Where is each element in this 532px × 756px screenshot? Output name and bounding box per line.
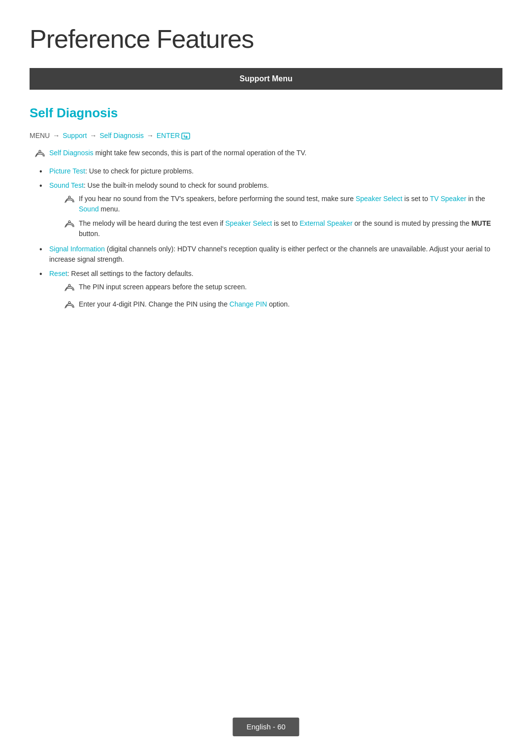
support-menu-bar: Support Menu — [30, 68, 502, 90]
change-pin-link[interactable]: Change PIN — [230, 300, 267, 308]
page-title: Preference Features — [30, 20, 502, 58]
page-wrapper: Preference Features Support Menu Self Di… — [0, 0, 532, 357]
speaker-select-link-1[interactable]: Speaker Select — [356, 195, 402, 203]
reset-text: : Reset all settings to the factory defa… — [67, 270, 194, 277]
breadcrumb-menu: MENU — [30, 131, 50, 141]
svg-point-2 — [68, 196, 70, 198]
sound-note-2-text: The melody will be heard during the test… — [79, 218, 502, 239]
reset-note-2: Enter your 4-digit PIN. Change the PIN u… — [59, 299, 502, 312]
intro-note-text: Self Diagnosis might take few seconds, t… — [49, 148, 306, 158]
footer-label: English - 60 — [246, 722, 285, 731]
intro-self-diagnosis-link[interactable]: Self Diagnosis — [49, 149, 94, 157]
list-item-sound-test: Sound Test: Use the built-in melody soun… — [39, 180, 502, 239]
reset-note-1: The PIN input screen appears before the … — [59, 282, 502, 295]
footer-badge: English - 60 — [233, 718, 299, 737]
picture-test-text: : Use to check for picture problems. — [85, 167, 194, 175]
sound-note-2: The melody will be heard during the test… — [59, 218, 502, 239]
reset-note-2-text: Enter your 4-digit PIN. Change the PIN u… — [79, 299, 290, 309]
tv-speaker-link[interactable]: TV Speaker — [430, 195, 466, 203]
reset-sub-notes: The PIN input screen appears before the … — [59, 282, 502, 312]
signal-information-link[interactable]: Signal Information — [49, 245, 105, 253]
support-menu-label: Support Menu — [239, 74, 293, 83]
breadcrumb-support: Support — [63, 131, 87, 141]
breadcrumb-self-diagnosis: Self Diagnosis — [100, 131, 144, 141]
note-icon-reset1 — [64, 283, 75, 295]
signal-information-text: (digital channels only): HDTV channel's … — [49, 245, 490, 263]
list-item-signal-information: Signal Information (digital channels onl… — [39, 244, 502, 265]
reset-note-1-text: The PIN input screen appears before the … — [79, 282, 247, 292]
breadcrumb: MENU → Support → Self Diagnosis → ENTER — [30, 131, 502, 141]
picture-test-link[interactable]: Picture Test — [49, 167, 85, 175]
breadcrumb-arrow1: → — [53, 131, 60, 141]
breadcrumb-arrow3: → — [147, 131, 154, 141]
svg-point-5 — [68, 302, 70, 304]
svg-rect-0 — [182, 133, 190, 139]
note-icon-sound2 — [64, 219, 75, 232]
sound-note-1-text: If you hear no sound from the TV's speak… — [79, 194, 502, 214]
speaker-select-link-2[interactable]: Speaker Select — [225, 219, 272, 227]
reset-link[interactable]: Reset — [49, 270, 67, 277]
mute-text: MUTE — [471, 219, 491, 227]
intro-note-block: Self Diagnosis might take few seconds, t… — [30, 148, 502, 161]
external-speaker-link[interactable]: External Speaker — [299, 219, 352, 227]
breadcrumb-arrow2: → — [90, 131, 97, 141]
enter-icon — [181, 131, 190, 141]
sound-note-1: If you hear no sound from the TV's speak… — [59, 194, 502, 214]
list-item-reset: Reset: Reset all settings to the factory… — [39, 269, 502, 312]
list-item-picture-test: Picture Test: Use to check for picture p… — [39, 166, 502, 176]
note-icon-sound1 — [64, 195, 75, 207]
bullet-list: Picture Test: Use to check for picture p… — [30, 166, 502, 312]
sound-menu-link[interactable]: Sound — [79, 205, 99, 213]
note-icon-intro — [34, 149, 45, 161]
svg-point-1 — [39, 150, 41, 152]
sound-test-sub-notes: If you hear no sound from the TV's speak… — [59, 194, 502, 239]
svg-point-3 — [68, 221, 70, 223]
section-title: Self Diagnosis — [30, 103, 502, 123]
sound-test-text: : Use the built-in melody sound to check… — [84, 181, 269, 189]
breadcrumb-enter: ENTER — [157, 131, 180, 141]
sound-test-link[interactable]: Sound Test — [49, 181, 84, 189]
svg-point-4 — [68, 284, 70, 286]
note-icon-reset2 — [64, 300, 75, 312]
